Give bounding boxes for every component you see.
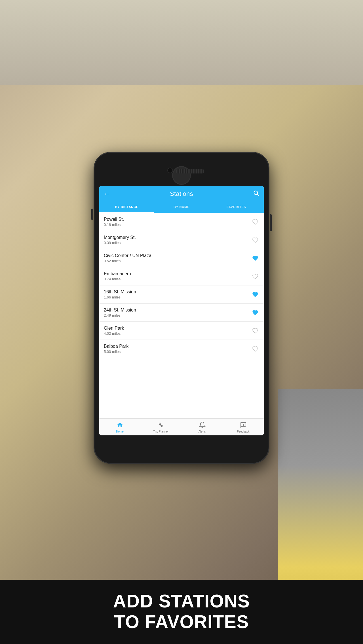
- station-name: Embarcadero: [104, 271, 251, 276]
- station-distance: 0.39 miles: [104, 241, 251, 245]
- favorite-heart-icon[interactable]: [251, 218, 259, 226]
- station-list-item[interactable]: Civic Center / UN Plaza0.52 miles: [99, 249, 264, 267]
- favorite-heart-icon[interactable]: [251, 236, 259, 244]
- tab-by-name[interactable]: BY NAME: [154, 202, 209, 213]
- app-header: ← Stations: [99, 186, 264, 202]
- station-distance: 1.66 miles: [104, 295, 251, 299]
- station-distance: 0.18 miles: [104, 223, 251, 227]
- station-list-item[interactable]: Embarcadero0.74 miles: [99, 267, 264, 285]
- svg-point-2: [159, 423, 161, 425]
- station-distance: 0.52 miles: [104, 259, 251, 263]
- station-list-item[interactable]: 24th St. Mission2.49 miles: [99, 304, 264, 322]
- station-list-item[interactable]: Montgomery St.0.39 miles: [99, 231, 264, 249]
- station-name: Glen Park: [104, 326, 251, 331]
- station-info: Civic Center / UN Plaza0.52 miles: [104, 253, 251, 263]
- station-name: 24th St. Mission: [104, 308, 251, 313]
- station-name: Civic Center / UN Plaza: [104, 253, 251, 258]
- page-title: Stations: [170, 190, 193, 198]
- favorite-heart-icon[interactable]: [251, 309, 259, 317]
- station-distance: 5.00 miles: [104, 349, 251, 354]
- trip-planner-icon: [158, 421, 164, 429]
- station-list-item[interactable]: 16th St. Mission1.66 miles: [99, 285, 264, 304]
- back-button[interactable]: ←: [104, 190, 110, 198]
- nav-label-alerts: Alerts: [199, 430, 206, 433]
- nav-label-home: Home: [116, 430, 124, 433]
- home-icon: [117, 421, 123, 429]
- tab-bar: BY DISTANCE BY NAME FAVORITES: [99, 202, 264, 213]
- front-camera: [167, 168, 173, 173]
- nav-label-feedback: Feedback: [237, 430, 250, 433]
- favorite-heart-icon[interactable]: [251, 291, 259, 298]
- nav-item-feedback[interactable]: Feedback: [223, 420, 264, 434]
- nav-item-alerts[interactable]: Alerts: [182, 420, 223, 434]
- app-screen: ← Stations BY DISTANCE BY NAME: [99, 186, 264, 435]
- station-list: Powell St.0.18 milesMontgomery St.0.39 m…: [99, 213, 264, 418]
- power-button: [270, 214, 272, 231]
- promotional-banner: ADD STATIONS TO FAVORITES: [0, 580, 363, 644]
- svg-point-4: [243, 425, 243, 426]
- station-info: Embarcadero0.74 miles: [104, 271, 251, 281]
- favorite-heart-icon[interactable]: [251, 327, 259, 335]
- station-info: Powell St.0.18 miles: [104, 217, 251, 227]
- station-list-item[interactable]: Glen Park4.02 miles: [99, 322, 264, 340]
- station-info: Montgomery St.0.39 miles: [104, 235, 251, 245]
- station-info: Glen Park4.02 miles: [104, 326, 251, 336]
- favorite-heart-icon[interactable]: [251, 345, 259, 353]
- favorite-heart-icon[interactable]: [251, 272, 259, 280]
- phone-device: ← Stations BY DISTANCE BY NAME: [94, 152, 269, 464]
- nav-item-home[interactable]: Home: [99, 420, 140, 434]
- station-info: 16th St. Mission1.66 miles: [104, 289, 251, 299]
- alerts-icon: [199, 421, 206, 429]
- search-button[interactable]: [253, 190, 259, 198]
- svg-line-1: [257, 194, 259, 196]
- banner-line2: TO FAVORITES: [17, 612, 346, 633]
- station-info: Balboa Park5.00 miles: [104, 344, 251, 354]
- tab-by-distance[interactable]: BY DISTANCE: [99, 202, 154, 213]
- station-distance: 4.02 miles: [104, 331, 251, 336]
- station-info: 24th St. Mission2.49 miles: [104, 308, 251, 317]
- station-name: Montgomery St.: [104, 235, 251, 240]
- feedback-icon: [240, 421, 247, 429]
- banner-line1: ADD STATIONS: [17, 591, 346, 612]
- station-list-item[interactable]: Powell St.0.18 miles: [99, 213, 264, 231]
- volume-button: [91, 209, 93, 220]
- station-name: Powell St.: [104, 217, 251, 222]
- station-distance: 2.49 miles: [104, 313, 251, 317]
- nav-label-trip-planner: Trip Planner: [153, 430, 168, 433]
- station-list-item[interactable]: Balboa Park5.00 miles: [99, 340, 264, 358]
- station-name: 16th St. Mission: [104, 289, 251, 295]
- phone-shell: ← Stations BY DISTANCE BY NAME: [94, 152, 269, 464]
- speaker-grille: [176, 169, 204, 173]
- favorite-heart-icon[interactable]: [251, 254, 259, 262]
- station-name: Balboa Park: [104, 344, 251, 349]
- station-distance: 0.74 miles: [104, 277, 251, 281]
- nav-item-trip-planner[interactable]: Trip Planner: [140, 420, 182, 434]
- bottom-navigation: HomeTrip PlannerAlertsFeedback: [99, 418, 264, 435]
- tab-favorites[interactable]: FAVORITES: [209, 202, 264, 213]
